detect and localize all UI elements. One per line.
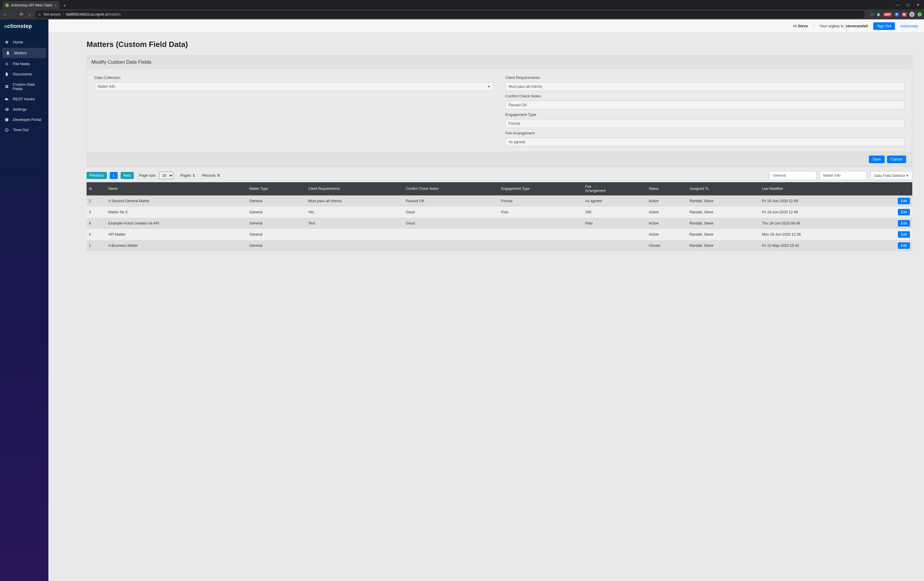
extension-p-icon[interactable]: P xyxy=(895,13,899,17)
sidebar-item-label: File Notes xyxy=(13,62,30,66)
extension-green-dot-icon[interactable] xyxy=(917,12,922,17)
th-name[interactable]: Name xyxy=(106,182,247,195)
window-close-icon[interactable]: ✕ xyxy=(916,3,920,7)
table-cell-actions: Edit xyxy=(870,218,912,229)
th-assigned[interactable]: Assigned To xyxy=(687,182,760,195)
sidebar-item-timeout[interactable]: Time Out xyxy=(0,125,48,135)
table-cell xyxy=(498,218,583,229)
clock-icon xyxy=(5,128,9,132)
browser-chrome: Actionstep API Web Client × + — ▢ ✕ ← → … xyxy=(0,0,924,19)
table-cell: Fri 19-Jun-2020 12:49 xyxy=(759,195,870,206)
list-icon xyxy=(5,62,9,66)
th-engagement[interactable]: Engagement Type xyxy=(498,182,583,195)
th-modified[interactable]: Last Modified xyxy=(759,182,870,195)
sidebar-item-settings[interactable]: Settings xyxy=(0,104,48,114)
save-button[interactable]: Save xyxy=(869,155,885,163)
table-cell: General xyxy=(247,240,306,251)
edit-button[interactable]: Edit xyxy=(898,209,910,215)
grid-icon xyxy=(5,84,9,89)
sidebar-item-label: Settings xyxy=(13,107,27,112)
th-status[interactable]: Status xyxy=(647,182,687,195)
sidebar-item-label: REST Hooks xyxy=(13,97,35,101)
sidebar-item-devportal[interactable]: Developer Portal xyxy=(0,114,48,125)
table-row: 6Example Action created via APIGeneralTe… xyxy=(87,218,912,229)
nav-forward-icon[interactable]: → xyxy=(11,12,16,17)
table-toolbar: Previous 1 Next Page size: 10 Pages: 1 R… xyxy=(87,171,912,180)
engagement-type-input[interactable] xyxy=(505,119,904,128)
table-cell: A Business Matter xyxy=(106,240,247,251)
table-body: 2A Second General MatterGeneralMust pass… xyxy=(87,195,912,251)
nav-back-icon[interactable]: ← xyxy=(2,12,8,17)
table-cell: General xyxy=(247,229,306,240)
new-tab-button[interactable]: + xyxy=(61,2,68,9)
tab-close-icon[interactable]: × xyxy=(54,3,57,8)
conflict-check-label: Conflict Check Notes xyxy=(505,94,904,98)
data-collection-select[interactable]: Matter Info xyxy=(94,82,493,91)
table-cell: Fri 22-May-2020 15:42 xyxy=(759,240,870,251)
page-size-select[interactable]: 10 xyxy=(159,172,173,179)
pager-next-button[interactable]: Next xyxy=(120,172,134,179)
brand-link[interactable]: Actionstep xyxy=(900,24,918,28)
chevron-down-icon: ▾ xyxy=(906,174,908,178)
filter-collection-select[interactable]: Matter Info xyxy=(820,171,867,180)
home-icon xyxy=(5,40,9,44)
sidebar-item-documents[interactable]: Documents xyxy=(0,69,48,79)
browser-tab[interactable]: Actionstep API Web Client × xyxy=(2,1,59,9)
extension-diamond-icon[interactable]: ◆ xyxy=(877,12,880,17)
sidebar-item-customdata[interactable]: Custom Data Fields xyxy=(0,79,48,94)
th-actions xyxy=(870,182,912,195)
sidebar-nav: Home Matters File Notes Documents Custom… xyxy=(0,33,48,135)
th-id[interactable]: Id xyxy=(87,182,106,195)
card-header: Modify Custom Data Fields xyxy=(87,56,912,69)
sidebar-item-filenotes[interactable]: File Notes xyxy=(0,59,48,69)
profile-avatar-icon[interactable]: ● xyxy=(909,12,915,17)
client-requirements-input[interactable] xyxy=(505,82,904,91)
table-cell: General xyxy=(247,206,306,218)
pager-page-1-button[interactable]: 1 xyxy=(110,172,118,179)
conflict-check-input[interactable] xyxy=(505,101,904,109)
address-bar[interactable]: ⚠ Not secure 6a86561e5d1b.au.ngrok.io/ma… xyxy=(35,11,865,18)
file-icon xyxy=(6,51,11,55)
edit-button[interactable]: Edit xyxy=(898,243,910,249)
table-cell: Mon 15-Jun-2020 12:36 xyxy=(759,229,870,240)
filter-mattertype-select[interactable]: General xyxy=(769,171,816,180)
sidebar-item-matters[interactable]: Matters xyxy=(2,48,46,58)
table-cell: 5 xyxy=(87,229,106,240)
extension-abp-icon[interactable]: ABP xyxy=(883,13,892,17)
sidebar-item-label: Developer Portal xyxy=(13,117,41,122)
nav-home-icon[interactable]: ⌂ xyxy=(27,12,32,17)
nav-reload-icon[interactable]: ⟳ xyxy=(19,12,24,17)
table-cell-actions: Edit xyxy=(870,206,912,218)
security-status: Not secure xyxy=(43,12,64,17)
th-fee[interactable]: Fee Arrangement xyxy=(583,182,646,195)
table-cell: Randall, Steve xyxy=(687,218,760,229)
brand-logo[interactable]: actionstep xyxy=(0,19,48,33)
table-cell: 200 xyxy=(583,206,646,218)
pager-prev-button[interactable]: Previous xyxy=(87,172,107,179)
fee-arrangement-input[interactable] xyxy=(505,138,904,147)
signout-button[interactable]: Sign Out xyxy=(873,22,895,30)
sidebar-item-home[interactable]: Home xyxy=(0,37,48,47)
data-field-selector-button[interactable]: Data Field Selector ▾ xyxy=(870,171,912,180)
extension-n-icon[interactable]: N xyxy=(902,13,906,17)
table-cell-actions: Edit xyxy=(870,229,912,240)
table-cell: Matter No 3 xyxy=(106,206,247,218)
table-cell: Active xyxy=(647,218,687,229)
cloud-icon xyxy=(5,97,9,101)
edit-button[interactable]: Edit xyxy=(898,220,910,226)
window-maximize-icon[interactable]: ▢ xyxy=(906,3,910,7)
window-minimize-icon[interactable]: — xyxy=(896,3,900,7)
sidebar-item-resthooks[interactable]: REST Hooks xyxy=(0,94,48,104)
th-clientreq[interactable]: Client Requirements xyxy=(306,182,403,195)
th-conflict[interactable]: Conflict Check Notes xyxy=(403,182,498,195)
edit-button[interactable]: Edit xyxy=(898,198,910,204)
table-cell xyxy=(403,229,498,240)
table-cell: Good xyxy=(403,218,498,229)
th-mattertype[interactable]: Matter Type xyxy=(247,182,306,195)
edit-button[interactable]: Edit xyxy=(898,231,910,238)
cancel-button[interactable]: Cancel xyxy=(887,155,906,163)
bookmark-star-icon[interactable]: ☆ xyxy=(870,12,874,17)
modify-card: Modify Custom Data Fields Data Collectio… xyxy=(87,56,912,167)
table-cell: 6 xyxy=(87,218,106,229)
table-cell: A Second General Matter xyxy=(106,195,247,206)
